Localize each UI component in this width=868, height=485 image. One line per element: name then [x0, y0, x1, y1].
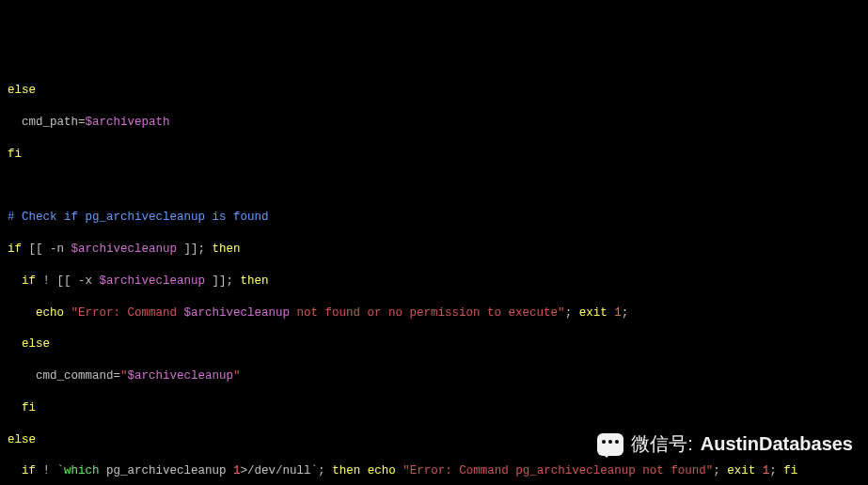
- code-line: else: [8, 83, 860, 99]
- code-line: if ! `which pg_archivecleanup 1>/dev/nul…: [8, 463, 860, 479]
- code-line: if [[ -n $archivecleanup ]]; then: [8, 242, 860, 258]
- code-line: cmd_command="$archivecleanup": [8, 368, 860, 384]
- code-line: [8, 179, 860, 195]
- wechat-icon: [597, 433, 623, 456]
- code-line: cmd_path=$archivepath: [8, 115, 860, 131]
- code-line: if ! [[ -x $archivecleanup ]]; then: [8, 274, 860, 289]
- code-line: fi: [8, 147, 860, 163]
- code-line: fi: [8, 400, 860, 416]
- watermark: 微信号: AustinDatabases: [597, 431, 853, 457]
- code-line: echo "Error: Command $archivecleanup not…: [8, 305, 860, 321]
- watermark-name: AustinDatabases: [701, 431, 853, 457]
- code-line: # Check if pg_archivecleanup is found: [8, 210, 860, 226]
- code-editor[interactable]: else cmd_path=$archivepath fi # Check if…: [8, 68, 860, 486]
- code-line: else: [8, 336, 860, 352]
- watermark-label: 微信号:: [631, 431, 693, 457]
